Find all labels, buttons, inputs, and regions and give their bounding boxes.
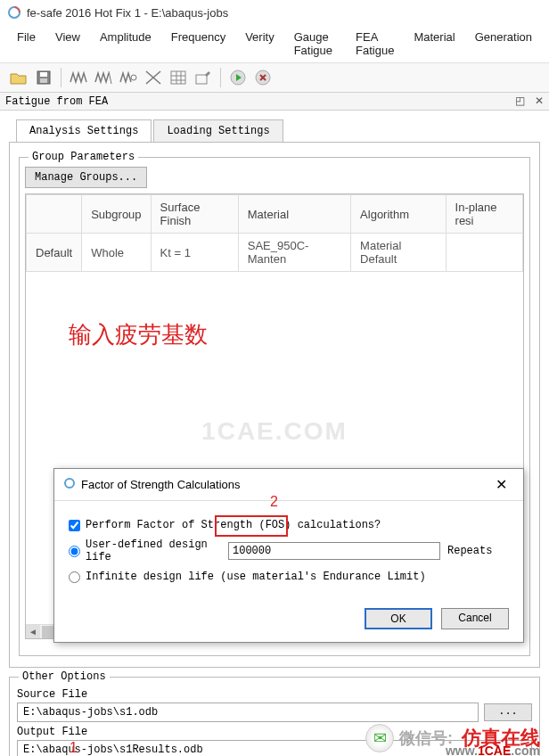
design-life-input[interactable] [228,542,440,560]
cell-algorithm[interactable]: Material Default [351,234,446,272]
menu-fea-fatigue[interactable]: FEA Fatigue [346,27,404,61]
browse-source-button[interactable]: ... [484,703,532,721]
user-defined-label: User-defined design life [86,538,228,563]
other-options-legend: Other Options [19,670,110,683]
signal-icon-3[interactable] [117,66,140,89]
source-file-input[interactable]: E:\abaqus-jobs\s1.odb [17,703,479,722]
group-table: Subgroup Surface Finish Material Algorit… [26,194,523,272]
table-row[interactable]: Default Whole Kt = 1 SAE_950C-Manten Mat… [27,234,523,272]
annotation-text: 输入疲劳基数 [69,319,208,350]
col-subgroup[interactable]: Subgroup [82,195,151,234]
annotation-num-2: 2 [270,494,278,510]
menubar: File View Amplitude Frequency Verity Gau… [0,25,549,62]
svg-rect-2 [40,72,47,77]
infinite-label: Infinite design life (use material's End… [86,571,426,583]
menu-material[interactable]: Material [404,27,464,61]
dialog-title: Factor of Strength Calculations [81,478,240,491]
table-icon[interactable] [167,66,190,89]
menu-amplitude[interactable]: Amplitude [90,27,161,61]
menu-verity[interactable]: Verity [235,27,284,61]
col-algorithm[interactable]: Algorithm [351,195,446,234]
fos-dialog: Factor of Strength Calculations ✕ Perfor… [53,468,524,643]
cell-surface[interactable]: Kt = 1 [151,234,238,272]
ok-button[interactable]: OK [365,608,432,629]
titlebar: fe-safe 2016 Hot Fix 1 - E:\abaqus-jobs [0,0,549,25]
source-file-label: Source File [17,688,532,701]
undock-icon[interactable]: ◰ [515,94,525,107]
group-parameters-legend: Group Parameters [29,151,138,163]
export-icon[interactable] [192,66,215,89]
dialog-body: Perform Factor of Strength (FOS) calcula… [54,500,523,642]
menu-gauge-fatigue[interactable]: Gauge Fatigue [284,27,346,61]
menu-file[interactable]: File [7,27,45,61]
cell-subgroup[interactable]: Whole [82,234,151,272]
cell-inplane[interactable] [446,234,522,272]
perform-fos-label: Perform Factor of Strength (FOS) calcula… [86,519,381,531]
col-inplane[interactable]: In-plane resi [446,195,522,234]
scroll-left-icon[interactable]: ◄ [26,625,40,639]
watermark: 1CAE.COM [201,417,348,446]
tab-strip: Analysis Settings Loading Settings [16,119,549,142]
menu-generation[interactable]: Generation [465,27,542,61]
table-header-row: Subgroup Surface Finish Material Algorit… [27,195,523,234]
app-icon [7,5,21,20]
signal-icon-2[interactable] [92,66,115,89]
svg-rect-8 [171,71,185,84]
cancel-button[interactable]: Cancel [441,608,509,629]
dialog-titlebar: Factor of Strength Calculations ✕ [54,469,523,500]
cross-plot-icon[interactable] [142,66,165,89]
user-defined-radio[interactable] [69,546,80,557]
signal-icon-1[interactable] [67,66,90,89]
wechat-icon: ✉ [365,724,394,752]
dialog-icon [63,477,76,492]
menu-view[interactable]: View [45,27,90,61]
tab-loading-settings[interactable]: Loading Settings [153,119,283,142]
save-icon[interactable] [32,66,55,89]
window-title: fe-safe 2016 Hot Fix 1 - E:\abaqus-jobs [27,6,228,20]
cell-default[interactable]: Default [27,234,82,272]
annotation-num-1: 1 [70,740,78,756]
col-material[interactable]: Material [238,195,350,234]
infinite-radio[interactable] [69,571,80,583]
col-surface-finish[interactable]: Surface Finish [151,195,238,234]
toolbar [0,62,549,93]
play-icon[interactable] [226,66,250,89]
svg-rect-13 [196,75,207,84]
tab-analysis-settings[interactable]: Analysis Settings [16,119,152,142]
col-blank [27,195,82,234]
svg-point-5 [131,75,136,80]
panel-close-icon[interactable]: ✕ [535,94,544,107]
close-icon[interactable]: ✕ [488,474,514,495]
panel-header: Fatigue from FEA ◰ ✕ [0,93,549,111]
svg-rect-3 [40,78,47,83]
svg-line-4 [109,71,111,84]
menu-frequency[interactable]: Frequency [161,27,235,61]
perform-fos-checkbox[interactable] [69,520,80,531]
svg-point-19 [65,479,74,488]
repeats-label: Repeats [447,545,492,557]
manage-groups-button[interactable]: Manage Groups... [25,167,147,188]
open-icon[interactable] [7,66,30,89]
panel-title-text: Fatigue from FEA [5,95,108,108]
cell-material[interactable]: SAE_950C-Manten [238,234,350,272]
stop-icon[interactable] [251,66,274,89]
brand-url: www.1CAE.com [446,744,540,756]
